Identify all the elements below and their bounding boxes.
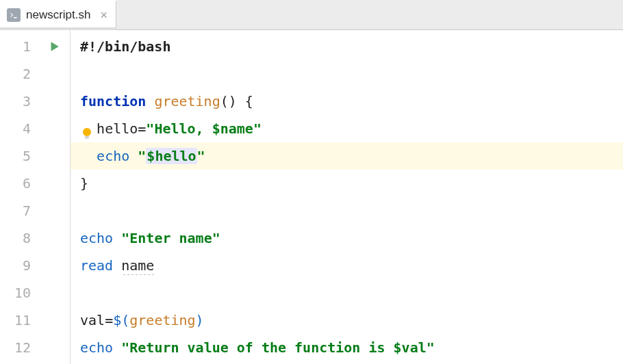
line-number-gutter: 1 2 3 4 5 6 7 8 9 10 11 12 <box>0 30 38 364</box>
quote: " <box>197 148 205 164</box>
tab-bar: newscript.sh × <box>0 0 623 30</box>
argument: name <box>121 257 154 275</box>
parentheses: () <box>220 93 237 109</box>
keyword: function <box>80 93 146 109</box>
code-editor[interactable]: 1 2 3 4 5 6 7 8 9 10 11 12 #!/bin/bash f… <box>0 30 623 364</box>
code-line[interactable]: #!/bin/bash <box>71 33 623 60</box>
line-number: 6 <box>0 170 38 197</box>
code-line[interactable]: } <box>71 170 623 197</box>
quote: " <box>138 148 146 164</box>
close-icon[interactable]: × <box>100 9 107 21</box>
svg-point-0 <box>83 128 91 136</box>
shebang: #!/bin/bash <box>80 38 170 55</box>
subst-close: ) <box>196 312 204 328</box>
string-var-highlight: $hello <box>146 148 196 164</box>
code-line[interactable]: function greeting() { <box>71 88 623 115</box>
line-number: 11 <box>0 307 38 334</box>
function-name: greeting <box>154 93 220 109</box>
function-call: greeting <box>129 312 195 328</box>
line-number: 1 <box>0 33 38 60</box>
tab-label: newscript.sh <box>26 8 90 22</box>
string-var: $val <box>394 339 427 356</box>
command: echo <box>80 230 113 246</box>
string: "Enter name" <box>121 230 220 246</box>
brace: { <box>245 93 253 109</box>
shell-file-icon <box>7 8 21 22</box>
string: "Return value of the function is <box>121 339 393 356</box>
variable: hello <box>97 120 138 137</box>
line-number: 4 <box>0 115 38 142</box>
string: "Hello, <box>146 120 212 137</box>
equals: = <box>138 120 146 137</box>
line-number: 7 <box>0 197 38 224</box>
brace: } <box>80 175 88 192</box>
code-area[interactable]: #!/bin/bash function greeting() { hello=… <box>71 30 623 364</box>
string: " <box>253 120 262 137</box>
code-line[interactable]: echo "Enter name" <box>71 224 623 252</box>
equals: = <box>105 312 113 328</box>
code-line[interactable] <box>71 279 623 307</box>
line-number: 8 <box>0 224 38 252</box>
variable: val <box>80 312 105 328</box>
line-number: 9 <box>0 252 38 279</box>
code-line-active[interactable]: echo "$hello" <box>71 142 623 170</box>
command: echo <box>97 148 129 164</box>
code-line[interactable] <box>71 60 623 88</box>
string: " <box>427 339 435 356</box>
line-number: 12 <box>0 334 38 361</box>
line-number: 2 <box>0 60 38 88</box>
gutter-icons <box>38 30 71 364</box>
line-number: 10 <box>0 279 38 307</box>
run-gutter-icon[interactable] <box>38 33 70 60</box>
tab-newscript[interactable]: newscript.sh × <box>0 0 116 30</box>
command: read <box>80 257 113 274</box>
code-line[interactable]: hello="Hello, $name" <box>71 115 623 142</box>
code-line[interactable]: val=$(greeting) <box>71 307 623 334</box>
svg-rect-1 <box>85 136 89 138</box>
command: echo <box>80 339 113 356</box>
code-line[interactable]: read name <box>71 252 623 279</box>
code-line[interactable] <box>71 197 623 224</box>
code-line[interactable]: echo "Return value of the function is $v… <box>71 334 623 361</box>
line-number: 5 <box>0 142 38 170</box>
string-var: $name <box>212 120 253 137</box>
intention-bulb-icon[interactable] <box>80 122 94 135</box>
subst-open: $( <box>113 312 129 328</box>
line-number: 3 <box>0 88 38 115</box>
svg-rect-2 <box>86 138 89 140</box>
